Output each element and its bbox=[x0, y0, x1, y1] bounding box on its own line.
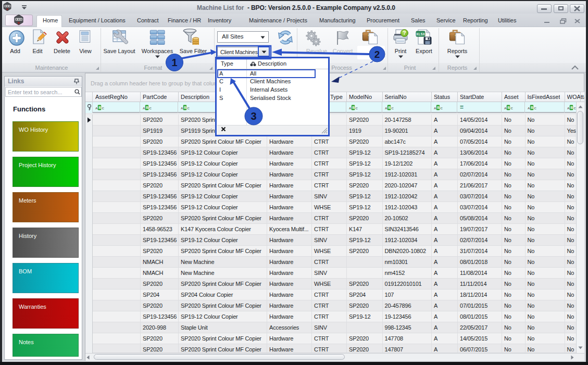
svg-text:3: 3 bbox=[251, 110, 256, 122]
svg-text:2: 2 bbox=[374, 49, 380, 60]
svg-text:1: 1 bbox=[171, 57, 177, 68]
